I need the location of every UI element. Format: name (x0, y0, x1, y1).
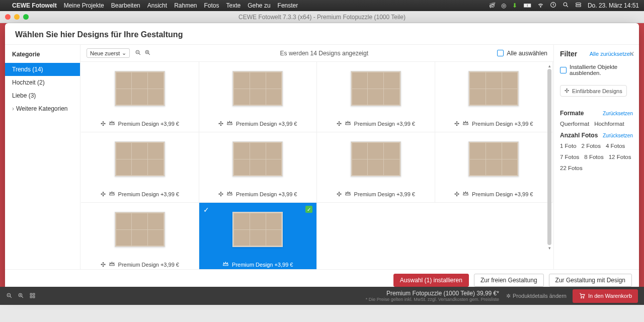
design-tile[interactable]: ✣Premium Design +3,99 € (317, 62, 435, 132)
mac-menubar: CEWE Fotowelt Meine Projekte Bearbeiten … (0, 0, 644, 11)
photos-chips: 1 Foto 2 Fotos 4 Fotos 7 Fotos 8 Fotos 1… (560, 143, 633, 171)
download-icon[interactable]: ⬇ (512, 2, 517, 9)
reset-all-link[interactable]: Alle zurücksetzen (590, 51, 633, 57)
maximize-window-button[interactable] (23, 14, 29, 20)
product-details-button[interactable]: ✲ Produktdetails ändern (506, 293, 567, 299)
zoom-in-icon[interactable] (144, 49, 151, 57)
close-icon[interactable]: ✕ (629, 50, 635, 58)
hide-installed-label: Installierte Objekte ausblenden. (570, 64, 633, 76)
photos-4[interactable]: 4 Fotos (606, 143, 625, 149)
installed-badge-icon: ✓ (305, 206, 312, 213)
design-tile[interactable]: ✣Premium Design +3,99 € (435, 62, 553, 132)
clock-icon[interactable] (550, 2, 556, 10)
menu-edit[interactable]: Bearbeiten (111, 2, 140, 9)
sidebar-item-liebe[interactable]: Liebe (3) (5, 89, 80, 102)
status-icon-2[interactable]: ◎ (501, 2, 506, 9)
crown-icon (109, 261, 115, 269)
app-backdrop: Wählen Sie hier Designs für Ihre Gestalt… (0, 23, 644, 305)
zoom-out-icon[interactable] (6, 292, 13, 300)
photos-2[interactable]: 2 Fotos (582, 143, 601, 149)
menu-projects[interactable]: Meine Projekte (64, 2, 104, 9)
format-querformat[interactable]: Querformat (560, 121, 589, 127)
palette-icon: ✣ (337, 191, 342, 198)
crown-icon (345, 190, 351, 198)
design-tile[interactable]: ✣Premium Design +3,99 € (199, 62, 317, 132)
zoom-in-icon[interactable] (18, 292, 24, 300)
design-tile[interactable]: ✣Premium Design +3,99 € (435, 132, 553, 203)
status-icon-1[interactable]: ༗ (489, 2, 495, 9)
grid-scrollbar[interactable]: ▴ ▾ (546, 63, 552, 268)
tile-footer: ✣Premium Design +3,99 € (101, 261, 179, 269)
formats-reset-link[interactable]: Zurücksetzen (603, 111, 633, 116)
photos-reset-link[interactable]: Zurücksetzen (603, 133, 633, 138)
menu-photos[interactable]: Fotos (204, 2, 219, 9)
colorable-designs-pill[interactable]: ✣ Einfärbbare Designs (560, 85, 627, 97)
svg-point-2 (564, 3, 567, 6)
menu-window[interactable]: Fenster (278, 2, 298, 9)
tile-price-label: Premium Design +3,99 € (472, 191, 533, 197)
grid-icon[interactable] (29, 292, 36, 300)
hide-installed-row[interactable]: Installierte Objekte ausblenden. (560, 64, 633, 76)
formats-chips: Querformat Hochformat (560, 121, 633, 127)
sidebar-item-more[interactable]: Weitere Kategorien (5, 102, 80, 115)
photos-12[interactable]: 12 Fotos (609, 154, 631, 160)
tile-price-label: Premium Design +3,99 € (472, 121, 533, 127)
datetime[interactable]: Do. 23. März 14:51 (588, 2, 639, 9)
app-name[interactable]: CEWE Fotowelt (12, 2, 57, 9)
control-center-icon[interactable] (575, 2, 582, 10)
search-icon[interactable] (562, 2, 569, 10)
design-tile[interactable]: ✣Premium Design +3,99 € (81, 62, 199, 132)
svg-point-0 (540, 7, 541, 7)
battery-icon[interactable]: 🀰 (523, 2, 531, 9)
sidebar-item-hochzeit[interactable]: Hochzeit (2) (5, 76, 80, 89)
tile-footer: ✣Premium Design +3,99 € (218, 120, 297, 128)
photos-7[interactable]: 7 Fotos (560, 154, 579, 160)
palette-icon: ✣ (454, 120, 459, 127)
install-selection-button[interactable]: Auswahl (1) installieren (393, 274, 469, 287)
design-tile[interactable]: ✣Premium Design +3,99 € (81, 132, 199, 203)
photos-22[interactable]: 22 Fotos (560, 165, 583, 171)
free-design-button[interactable]: Zur freien Gestaltung (474, 274, 544, 287)
bottom-bar: Premium Fotopuzzle (1000 Teile) 39,99 €*… (0, 287, 644, 305)
minimize-window-button[interactable] (14, 14, 20, 20)
select-all[interactable]: Alle auswählen (497, 50, 547, 57)
with-design-button[interactable]: Zur Gestaltung mit Design (549, 274, 632, 287)
crown-icon (462, 120, 469, 128)
page-zoom-controls (6, 292, 36, 300)
design-tile[interactable]: ✣Premium Design +3,99 € (199, 132, 317, 203)
formats-heading: Formate Zurücksetzen (560, 110, 633, 117)
photos-8[interactable]: 8 Fotos (584, 154, 603, 160)
add-to-cart-button[interactable]: In den Warenkorb (573, 289, 638, 303)
zoom-out-icon[interactable] (135, 49, 141, 57)
design-picker-modal: Wählen Sie hier Designs für Ihre Gestalt… (5, 23, 639, 291)
tile-price-label: Premium Design +3,99 € (354, 191, 415, 197)
tile-price-label: Premium Design +3,99 € (118, 121, 179, 127)
scrollbar-thumb[interactable] (547, 69, 551, 245)
menu-view[interactable]: Ansicht (147, 2, 167, 9)
sidebar-item-trends[interactable]: Trends (14) (5, 63, 80, 76)
design-thumbnail (115, 212, 165, 247)
result-count: Es werden 14 Designs angezeigt (156, 50, 492, 57)
design-tile[interactable]: ✣Premium Design +3,99 € (81, 203, 199, 269)
format-hochformat[interactable]: Hochformat (594, 121, 624, 127)
close-window-button[interactable] (5, 14, 11, 20)
menu-texts[interactable]: Texte (226, 2, 241, 9)
hide-installed-checkbox[interactable] (560, 67, 567, 73)
scroll-up-icon[interactable]: ▴ (546, 63, 552, 69)
menu-frames[interactable]: Rahmen (174, 2, 197, 9)
select-all-checkbox[interactable] (497, 50, 504, 56)
price-note: * Die Preise gelten inkl. MwSt. zzgl. Ve… (366, 297, 499, 302)
design-tile[interactable]: ✣Premium Design +3,99 € (317, 132, 435, 203)
photos-heading: Anzahl Fotos Zurücksetzen (560, 132, 633, 139)
svg-rect-12 (33, 296, 35, 297)
photos-1[interactable]: 1 Foto (560, 143, 577, 149)
crown-icon (462, 190, 469, 198)
crown-icon (109, 120, 115, 128)
wifi-icon[interactable] (537, 2, 544, 10)
sort-dropdown[interactable]: Neue zuerst ⌄ (87, 48, 130, 58)
design-thumbnail (232, 71, 283, 106)
menu-goto[interactable]: Gehe zu (248, 2, 270, 9)
design-tile[interactable]: ✓✓Premium Design +3,99 € (199, 203, 317, 269)
scroll-down-icon[interactable]: ▾ (546, 245, 552, 251)
palette-icon: ✣ (101, 120, 106, 127)
